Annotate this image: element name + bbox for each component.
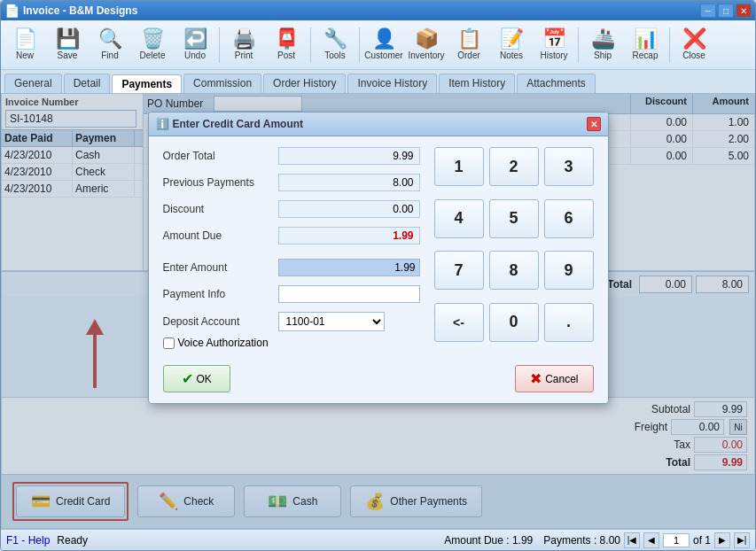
prev-payments-row: Previous Payments 8.00 (163, 174, 420, 191)
num-1-button[interactable]: 1 (434, 147, 484, 186)
order-total-value: 9.99 (278, 147, 420, 165)
tools-button[interactable]: 🔧 Tools (315, 24, 355, 66)
of-label: of 1 (693, 534, 711, 547)
window-title: Invoice - B&M Designs (23, 4, 137, 17)
prev-page-button[interactable]: ◀ (643, 532, 659, 548)
next-page-button[interactable]: ▶ (714, 532, 730, 548)
tools-icon: 🔧 (323, 29, 347, 49)
modal-close-button[interactable]: ✕ (587, 117, 601, 131)
app-icon: 📄 (4, 4, 19, 18)
voice-auth-row: Voice Authorization (163, 337, 420, 349)
main-content: Invoice Number Date Paid Paymen 4/23/201… (1, 93, 755, 529)
first-page-button[interactable]: |◀ (624, 532, 640, 548)
maximize-button[interactable]: □ (718, 4, 734, 18)
num-6-button[interactable]: 6 (544, 199, 594, 238)
toolbar-separator-4 (578, 27, 579, 63)
num-3-button[interactable]: 3 (544, 147, 594, 186)
tab-general[interactable]: General (4, 74, 62, 93)
modal-overlay: ℹ️ Enter Credit Card Amount ✕ Order Tota… (2, 94, 754, 528)
find-button[interactable]: 🔍 Find (90, 24, 130, 66)
order-total-row: Order Total 9.99 (163, 147, 420, 165)
title-bar: 📄 Invoice - B&M Designs ─ □ ✕ (1, 1, 755, 20)
notes-icon: 📝 (500, 29, 524, 49)
tab-invoice-history[interactable]: Invoice History (347, 74, 437, 93)
num-8-button[interactable]: 8 (489, 251, 539, 290)
undo-button[interactable]: ↩️ Undo (175, 24, 215, 66)
payments-status: Payments : 8.00 (543, 534, 620, 547)
num-2-button[interactable]: 2 (489, 147, 539, 186)
tab-item-history[interactable]: Item History (439, 74, 515, 93)
customer-button[interactable]: 👤 Customer (363, 24, 404, 66)
num-5-button[interactable]: 5 (489, 199, 539, 238)
tab-payments[interactable]: Payments (112, 74, 182, 94)
prev-payments-label: Previous Payments (163, 176, 278, 189)
cancel-x-icon: ✖ (530, 370, 542, 387)
order-button[interactable]: 📋 Order (448, 24, 489, 66)
status-bar: F1 - Help Ready Amount Due : 1.99 Paymen… (1, 529, 755, 550)
modal-body: Order Total 9.99 Previous Payments 8.00 … (149, 136, 608, 360)
save-icon: 💾 (56, 29, 80, 49)
toolbar-separator-2 (310, 27, 311, 63)
save-button[interactable]: 💾 Save (47, 24, 88, 66)
recap-button[interactable]: 📊 Recap (625, 24, 666, 66)
page-input[interactable] (663, 533, 690, 547)
modal-footer: ✔ OK ✖ Cancel (149, 360, 608, 403)
post-button[interactable]: 📮 Post (266, 24, 307, 66)
deposit-account-select[interactable]: 1100-01 (278, 312, 385, 331)
payment-info-row: Payment Info (163, 285, 420, 303)
customer-icon: 👤 (372, 29, 396, 49)
ship-button[interactable]: 🚢 Ship (582, 24, 623, 66)
deposit-account-row: Deposit Account 1100-01 (163, 312, 420, 331)
voice-auth-checkbox[interactable] (163, 338, 175, 349)
modal-title-bar: ℹ️ Enter Credit Card Amount ✕ (149, 113, 608, 136)
notes-button[interactable]: 📝 Notes (491, 24, 532, 66)
tab-order-history[interactable]: Order History (263, 74, 346, 93)
ok-button[interactable]: ✔ OK (163, 365, 230, 392)
credit-card-modal: ℹ️ Enter Credit Card Amount ✕ Order Tota… (148, 112, 609, 404)
amount-due-row: Amount Due 1.99 (163, 227, 420, 244)
payment-info-input[interactable] (278, 285, 420, 303)
order-icon: 📋 (457, 29, 481, 49)
ok-checkmark-icon: ✔ (182, 370, 193, 387)
last-page-button[interactable]: ▶| (734, 532, 750, 548)
enter-amount-input[interactable] (278, 259, 420, 276)
undo-icon: ↩️ (183, 29, 207, 49)
delete-icon: 🗑️ (141, 29, 165, 49)
numpad: 1 2 3 4 5 6 7 8 9 <- 0 . (434, 147, 594, 349)
ok-label: OK (197, 373, 212, 385)
tab-detail[interactable]: Detail (64, 74, 111, 93)
payment-info-label: Payment Info (163, 288, 278, 300)
toolbar-separator (219, 27, 220, 63)
inventory-button[interactable]: 📦 Inventory (406, 24, 447, 66)
help-text[interactable]: F1 - Help (6, 534, 50, 547)
modal-form: Order Total 9.99 Previous Payments 8.00 … (163, 147, 420, 349)
cancel-label: Cancel (545, 373, 578, 385)
amount-due-value: 1.99 (278, 227, 420, 244)
status-text: Ready (57, 534, 88, 547)
discount-label: Discount (163, 203, 278, 215)
print-button[interactable]: 🖨️ Print (223, 24, 264, 66)
deposit-account-label: Deposit Account (163, 315, 278, 328)
decimal-button[interactable]: . (544, 303, 594, 342)
close-button[interactable]: ❌ Close (674, 24, 714, 66)
tab-commission[interactable]: Commission (183, 74, 261, 93)
tab-attachments[interactable]: Attachments (517, 74, 596, 93)
delete-button[interactable]: 🗑️ Delete (132, 24, 173, 66)
cancel-button[interactable]: ✖ Cancel (515, 365, 593, 392)
num-4-button[interactable]: 4 (434, 199, 484, 238)
minimize-button[interactable]: ─ (700, 4, 716, 18)
num-0-button[interactable]: 0 (489, 303, 539, 342)
recap-icon: 📊 (634, 29, 658, 49)
modal-title-icon: ℹ️ (156, 118, 169, 130)
num-7-button[interactable]: 7 (434, 251, 484, 290)
print-icon: 🖨️ (232, 29, 256, 49)
new-button[interactable]: 📄 New (4, 24, 45, 66)
window-close-button[interactable]: ✕ (736, 4, 752, 18)
enter-amount-label: Enter Amount (163, 261, 278, 274)
history-button[interactable]: 📅 History (534, 24, 574, 66)
voice-auth-label: Voice Authorization (178, 337, 269, 349)
backspace-button[interactable]: <- (434, 303, 484, 342)
num-9-button[interactable]: 9 (544, 251, 594, 290)
toolbar-separator-3 (359, 27, 360, 63)
post-icon: 📮 (275, 29, 299, 49)
